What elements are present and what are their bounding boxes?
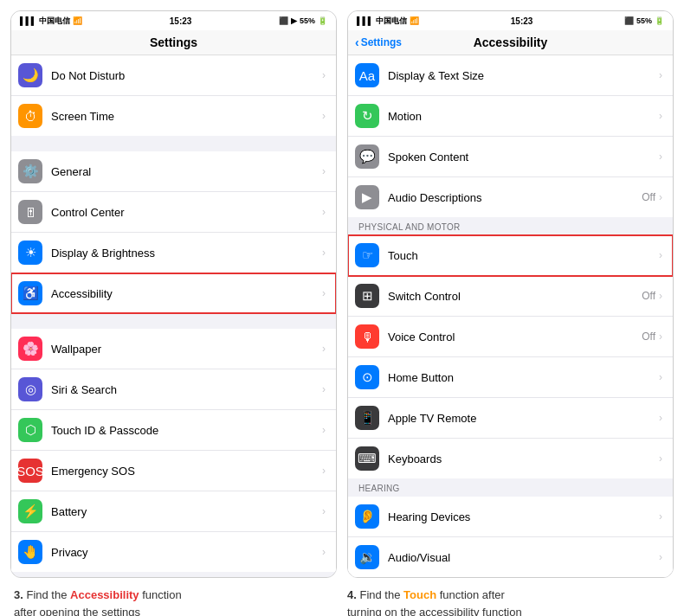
- chevron-icon: ›: [322, 465, 326, 477]
- list-item[interactable]: 💬 Spoken Content ›: [348, 137, 673, 177]
- right-group-display: Aa Display & Text Size › ↻ Motion › 💬 Sp…: [348, 55, 673, 217]
- chevron-icon: ›: [322, 206, 326, 218]
- chevron-icon: ›: [659, 412, 662, 424]
- general-icon: ⚙️: [18, 159, 42, 183]
- right-bluetooth-icon: ⬛: [624, 16, 634, 25]
- list-item[interactable]: Aa Display & Text Size ›: [348, 55, 673, 96]
- touchid-label: Touch ID & Passcode: [51, 424, 322, 437]
- left-group-top: 🌙 Do Not Disturb › ⏱ Screen Time ›: [11, 55, 336, 136]
- audio-descriptions-icon: ▶: [355, 185, 379, 209]
- chevron-icon: ›: [322, 165, 326, 177]
- left-time: 15:23: [170, 16, 192, 26]
- list-item[interactable]: ⊞ Switch Control Off ›: [348, 276, 673, 317]
- chevron-icon: ›: [659, 290, 662, 302]
- right-carrier: 中国电信: [376, 16, 407, 27]
- left-signal-icon: ▌▌▌: [20, 16, 36, 25]
- list-item[interactable]: ◎ Siri & Search ›: [11, 369, 336, 410]
- chevron-icon: ›: [659, 452, 662, 465]
- chevron-icon: ›: [659, 69, 662, 81]
- left-group-general: ⚙️ General › 🎚 Control Center › ☀ Displa…: [11, 151, 336, 313]
- touchid-icon: ⬡: [18, 418, 42, 442]
- touch-row[interactable]: ☞ Touch ›: [348, 235, 673, 276]
- motion-icon: ↻: [355, 104, 379, 128]
- do-not-disturb-icon: 🌙: [18, 63, 42, 87]
- list-item[interactable]: ☀ Display & Brightness ›: [11, 233, 336, 273]
- spoken-content-label: Spoken Content: [388, 151, 659, 164]
- list-item[interactable]: SOS Emergency SOS ›: [11, 451, 336, 491]
- physical-motor-section-header: PHYSICAL AND MOTOR: [348, 217, 673, 235]
- list-item[interactable]: 🎚 Control Center ›: [11, 192, 336, 233]
- voice-control-value: Off: [642, 330, 655, 343]
- hearing-devices-icon: 👂: [355, 504, 379, 529]
- hearing-section-header: HEARING: [348, 478, 673, 497]
- right-status-bar: ▌▌▌ 中国电信 📶 15:23 ⬛ 55% 🔋: [348, 11, 673, 30]
- list-item[interactable]: ⚡ Battery ›: [11, 491, 336, 532]
- list-item[interactable]: 🎙 Voice Control Off ›: [348, 317, 673, 357]
- chevron-icon: ›: [322, 505, 326, 517]
- right-caption: 4. Find the Touch function afterturning …: [347, 587, 670, 616]
- list-item[interactable]: ▶ Audio Descriptions Off ›: [348, 177, 673, 217]
- home-button-label: Home Button: [388, 371, 659, 384]
- right-group-hearing: 👂 Hearing Devices › 🔉 Audio/Visual ›: [348, 497, 673, 577]
- apple-tv-remote-label: Apple TV Remote: [388, 412, 659, 425]
- apple-tv-remote-icon: 📱: [355, 406, 379, 430]
- motion-label: Motion: [388, 110, 659, 123]
- audio-descriptions-value: Off: [642, 191, 655, 203]
- chevron-icon: ›: [659, 510, 662, 523]
- audio-visual-icon: 🔉: [355, 545, 379, 569]
- chevron-icon: ›: [659, 249, 662, 261]
- list-item[interactable]: ⬡ Touch ID & Passcode ›: [11, 410, 336, 451]
- chevron-icon: ›: [322, 424, 326, 436]
- right-highlight: Touch: [403, 588, 436, 601]
- left-status-bar: ▌▌▌ 中国电信 📶 15:23 ⬛ ▶ 55% 🔋: [11, 11, 336, 30]
- chevron-icon: ›: [322, 383, 326, 395]
- right-status-right: ⬛ 55% 🔋: [624, 16, 664, 25]
- divider: [11, 136, 336, 151]
- left-wifi-icon: 📶: [73, 16, 82, 25]
- right-signal-icon: ▌▌▌: [357, 16, 373, 25]
- general-label: General: [51, 165, 322, 178]
- left-phone: ▌▌▌ 中国电信 📶 15:23 ⬛ ▶ 55% 🔋 Settings: [10, 10, 337, 578]
- switch-control-icon: ⊞: [355, 284, 379, 308]
- right-battery-pct: 55%: [636, 16, 652, 25]
- right-phone: ▌▌▌ 中国电信 📶 15:23 ⬛ 55% 🔋 ‹ Settings Acce…: [347, 10, 674, 578]
- siri-icon: ◎: [18, 377, 42, 401]
- list-item[interactable]: 👂 Hearing Devices ›: [348, 497, 673, 537]
- list-item[interactable]: 🌙 Do Not Disturb ›: [11, 55, 336, 96]
- chevron-icon: ›: [659, 191, 662, 203]
- list-item[interactable]: ⊙ Home Button ›: [348, 357, 673, 398]
- control-center-label: Control Center: [51, 206, 322, 219]
- emergency-sos-label: Emergency SOS: [51, 465, 322, 478]
- list-item[interactable]: 📱 Apple TV Remote ›: [348, 398, 673, 439]
- chevron-icon: ›: [322, 546, 326, 558]
- audio-visual-label: Audio/Visual: [388, 551, 659, 564]
- privacy-icon: 🤚: [18, 540, 42, 564]
- list-item[interactable]: 🌸 Wallpaper ›: [11, 329, 336, 369]
- right-settings-list: Aa Display & Text Size › ↻ Motion › 💬 Sp…: [348, 55, 673, 577]
- wallpaper-icon: 🌸: [18, 337, 42, 361]
- left-caption: 3. Find the Accessibility functionafter …: [14, 587, 337, 616]
- list-item[interactable]: ⏱ Screen Time ›: [11, 96, 336, 136]
- list-item[interactable]: ⌨ Keyboards ›: [348, 439, 673, 478]
- chevron-icon: ›: [322, 287, 326, 299]
- accessibility-row[interactable]: ♿ Accessibility ›: [11, 273, 336, 313]
- right-group-physical: ☞ Touch › ⊞ Switch Control Off › 🎙 Voice…: [348, 235, 673, 478]
- back-button[interactable]: ‹ Settings: [355, 35, 402, 49]
- keyboards-label: Keyboards: [388, 452, 659, 465]
- left-nav-title: Settings: [150, 35, 197, 49]
- do-not-disturb-label: Do Not Disturb: [51, 69, 322, 82]
- left-status-left: ▌▌▌ 中国电信 📶: [20, 16, 82, 27]
- left-bluetooth-icon: ⬛: [279, 16, 288, 25]
- list-item[interactable]: 🔉 Audio/Visual ›: [348, 537, 673, 577]
- accessibility-icon: ♿: [18, 281, 42, 305]
- left-battery-pct: 55%: [300, 16, 315, 25]
- captions-row: 3. Find the Accessibility functionafter …: [10, 587, 674, 616]
- screen-time-label: Screen Time: [51, 110, 322, 123]
- touch-label: Touch: [388, 249, 659, 262]
- list-item[interactable]: ⚙️ General ›: [11, 151, 336, 192]
- list-item[interactable]: ↻ Motion ›: [348, 96, 673, 137]
- list-item[interactable]: 🤚 Privacy ›: [11, 532, 336, 572]
- control-center-icon: 🎚: [18, 200, 42, 224]
- display-text-size-label: Display & Text Size: [388, 69, 659, 82]
- back-label: Settings: [361, 36, 402, 48]
